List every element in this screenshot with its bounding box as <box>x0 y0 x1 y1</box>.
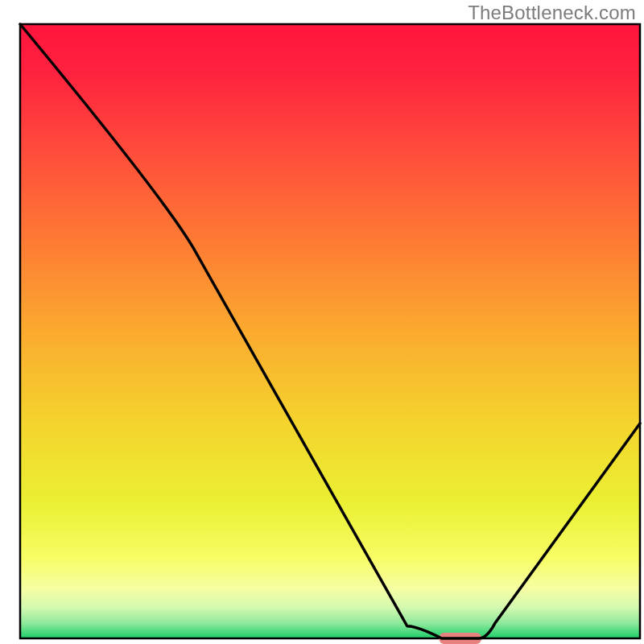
chart-background <box>20 24 640 638</box>
bottleneck-chart <box>0 0 644 644</box>
